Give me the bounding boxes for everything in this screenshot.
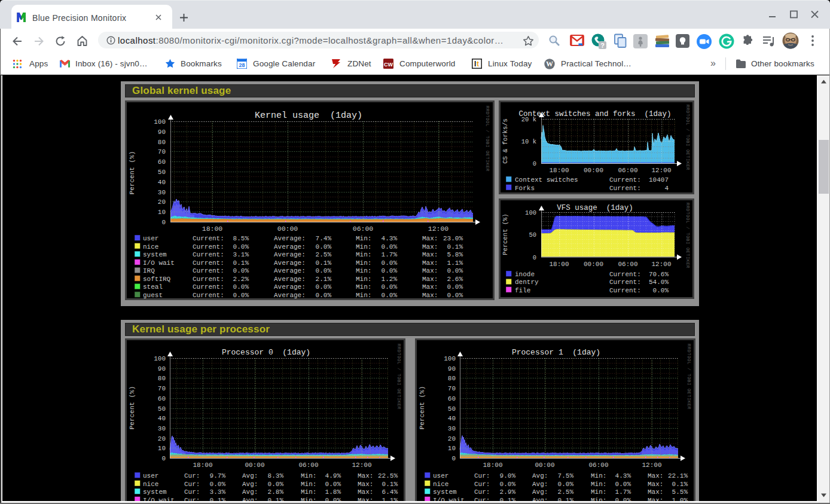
svg-text:Avg:: Avg: — [532, 472, 548, 479]
svg-text:0.0%: 0.0% — [325, 481, 341, 488]
svg-text:0: 0 — [533, 254, 536, 261]
svg-text:Max:: Max: — [648, 472, 663, 479]
svg-text:0.0%: 0.0% — [500, 481, 516, 488]
svg-text:user: user — [143, 472, 158, 479]
svg-text:18:00: 18:00 — [193, 462, 212, 469]
svg-text:2.2%: 2.2% — [233, 276, 249, 283]
svg-text:Max:: Max: — [422, 251, 438, 258]
svg-text:Max:: Max: — [358, 488, 373, 496]
svg-text:Cur:: Cur: — [184, 481, 200, 488]
svg-text:8.3%: 8.3% — [268, 472, 284, 479]
svg-text:Max:: Max: — [648, 488, 663, 496]
svg-text:20: 20 — [158, 435, 166, 442]
svg-text:40: 40 — [448, 415, 456, 422]
svg-text:20: 20 — [448, 435, 456, 442]
svg-text:Max:: Max: — [422, 283, 438, 291]
svg-text:Average:: Average: — [274, 276, 306, 283]
svg-text:60: 60 — [448, 395, 456, 402]
svg-text:0.0%: 0.0% — [233, 292, 249, 298]
svg-text:1.8%: 1.8% — [325, 488, 341, 496]
svg-text:RRDTOOL / TOBI OETIKER: RRDTOOL / TOBI OETIKER — [686, 344, 691, 410]
svg-text:Min:: Min: — [591, 481, 606, 488]
svg-text:20 k: 20 k — [521, 116, 536, 123]
svg-text:Percent (%): Percent (%) — [129, 151, 136, 195]
svg-text:Processor 0 (1day): Processor 0 (1day) — [222, 348, 310, 357]
svg-text:0: 0 — [161, 219, 166, 226]
svg-text:0.1%: 0.1% — [233, 259, 249, 267]
svg-text:50: 50 — [448, 405, 456, 413]
svg-text:23.0%: 23.0% — [443, 235, 463, 242]
svg-text:Min:: Min: — [356, 283, 371, 291]
svg-text:2.9%: 2.9% — [500, 488, 516, 496]
svg-text:Average:: Average: — [274, 259, 306, 267]
svg-text:0.0%: 0.0% — [316, 267, 332, 274]
svg-text:5.8%: 5.8% — [447, 251, 463, 258]
svg-text:10: 10 — [158, 209, 166, 216]
svg-text:Current:: Current: — [609, 185, 641, 192]
svg-text:54.0%: 54.0% — [649, 279, 669, 286]
svg-text:Average:: Average: — [274, 292, 306, 298]
svg-text:2.5%: 2.5% — [316, 251, 332, 258]
svg-text:steal: steal — [143, 283, 163, 291]
svg-text:30: 30 — [448, 425, 456, 432]
svg-text:40: 40 — [158, 415, 166, 422]
svg-text:Current:: Current: — [193, 259, 224, 267]
svg-text:0: 0 — [161, 455, 166, 462]
svg-text:70: 70 — [158, 385, 166, 392]
svg-text:9.0%: 9.0% — [500, 472, 516, 479]
svg-text:Max:: Max: — [422, 235, 438, 242]
svg-text:softIRQ: softIRQ — [143, 276, 171, 283]
svg-text:18:00: 18:00 — [549, 261, 569, 268]
svg-text:user: user — [433, 472, 448, 479]
svg-text:inode: inode — [515, 271, 535, 278]
svg-text:Min:: Min: — [591, 488, 606, 496]
svg-text:0.1%: 0.1% — [672, 481, 688, 488]
svg-text:0.0%: 0.0% — [653, 287, 669, 294]
svg-text:Min:: Min: — [301, 472, 316, 479]
svg-text:4.3%: 4.3% — [615, 472, 631, 479]
svg-text:3.1%: 3.1% — [233, 251, 249, 258]
svg-text:12:00: 12:00 — [651, 167, 671, 174]
svg-text:system: system — [143, 488, 167, 496]
svg-text:Cur:: Cur: — [184, 472, 200, 479]
svg-text:0.0%: 0.0% — [316, 283, 332, 291]
svg-text:100: 100 — [525, 209, 536, 216]
svg-text:2.8%: 2.8% — [268, 488, 284, 496]
svg-text:0.0%: 0.0% — [382, 267, 398, 274]
svg-text:Min:: Min: — [591, 472, 606, 479]
svg-text:12:00: 12:00 — [651, 261, 671, 268]
svg-text:nice: nice — [433, 481, 448, 488]
svg-text:100: 100 — [154, 355, 166, 362]
svg-text:4.3%: 4.3% — [382, 235, 398, 242]
svg-text:0.0%: 0.0% — [382, 283, 398, 291]
svg-text:guest: guest — [143, 292, 163, 298]
svg-text:Min:: Min: — [356, 267, 371, 274]
svg-text:Avg:: Avg: — [242, 488, 258, 496]
svg-text:30: 30 — [158, 425, 166, 432]
svg-text:CW: CW — [384, 62, 393, 68]
svg-text:22.1%: 22.1% — [668, 472, 688, 479]
svg-text:0.0%: 0.0% — [233, 283, 249, 291]
svg-text:12:00: 12:00 — [352, 462, 371, 469]
svg-text:60: 60 — [158, 158, 166, 166]
svg-text:4.9%: 4.9% — [325, 472, 341, 479]
svg-text:3.3%: 3.3% — [210, 488, 226, 496]
svg-text:Min:: Min: — [301, 481, 316, 488]
svg-text:10: 10 — [158, 445, 166, 452]
svg-text:Percent (%): Percent (%) — [419, 386, 426, 430]
svg-text:RRDTOOL / TOBI OETIKER: RRDTOOL / TOBI OETIKER — [685, 203, 690, 268]
svg-text:80: 80 — [448, 375, 456, 382]
svg-text:RRDTOOL / TOBI OETIKER: RRDTOOL / TOBI OETIKER — [396, 344, 401, 410]
svg-text:4: 4 — [664, 185, 669, 192]
svg-text:0.0%: 0.0% — [316, 292, 332, 298]
svg-text:t: t — [477, 60, 479, 68]
svg-text:Min:: Min: — [356, 235, 371, 242]
svg-text:Max:: Max: — [648, 481, 663, 488]
svg-text:Processor 1 (1day): Processor 1 (1day) — [512, 348, 600, 357]
svg-text:00:00: 00:00 — [535, 462, 554, 469]
svg-text:70: 70 — [448, 385, 456, 392]
svg-text:Context switches: Context switches — [515, 176, 578, 184]
svg-text:90: 90 — [158, 129, 166, 136]
svg-text:IRQ: IRQ — [143, 267, 155, 274]
svg-text:18:00: 18:00 — [549, 167, 569, 174]
